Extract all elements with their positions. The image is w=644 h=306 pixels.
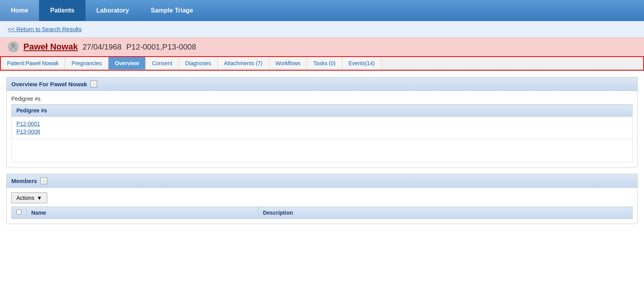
pedigree-empty-cell (12, 139, 633, 162)
svg-point-0 (11, 43, 15, 47)
members-section-body: Actions ▼ Name Description (7, 188, 637, 224)
patient-header: Paweł Nowak 27/04/1968 P12-0001,P13-0008 (0, 37, 644, 56)
patient-dob: 27/04/1968 (82, 43, 121, 52)
overview-section-header: Overview For Paweł Nowak - (7, 77, 637, 91)
pedigree-cell: P12-0001 P13-0008 (12, 117, 633, 139)
overview-section: Overview For Paweł Nowak - Pedigree #s P… (6, 77, 638, 167)
tab-overview[interactable]: Overview (109, 57, 146, 69)
members-table: Name Description (11, 206, 633, 219)
members-select-all-checkbox[interactable] (16, 210, 21, 215)
members-table-name-header: Name (27, 207, 258, 219)
overview-section-title: Overview For Paweł Nowak (11, 81, 87, 87)
members-collapse-button[interactable]: - (40, 177, 47, 184)
top-navigation: Home Patients Laboratory Sample Triage (0, 0, 644, 21)
overview-section-body: Pedigree #s Pedigree #s P12-0001 P13-000… (7, 91, 637, 167)
patient-avatar (8, 41, 19, 52)
tab-pregnancies[interactable]: Pregnancies (65, 57, 109, 69)
members-table-description-header: Description (258, 207, 632, 219)
main-content: Overview For Paweł Nowak - Pedigree #s P… (0, 77, 644, 224)
table-row-empty (12, 139, 633, 162)
return-bar: << Return to Search Results (0, 21, 644, 37)
pedigree-table: Pedigree #s P12-0001 P13-0008 (11, 104, 633, 162)
overview-collapse-button[interactable]: - (90, 80, 97, 87)
tab-attachments[interactable]: Attachments (7) (218, 57, 269, 69)
nav-sample-triage[interactable]: Sample Triage (140, 0, 204, 21)
nav-home[interactable]: Home (0, 0, 39, 21)
actions-dropdown-icon: ▼ (37, 195, 42, 201)
actions-button[interactable]: Actions ▼ (11, 192, 47, 203)
table-row: P12-0001 P13-0008 (12, 117, 633, 139)
tab-bar-wrapper: Patient:Paweł Nowak Pregnancies Overview… (0, 56, 644, 71)
members-section-title: Members (11, 178, 37, 184)
pedigree-table-header: Pedigree #s (12, 105, 633, 117)
patient-ids: P12-0001,P13-0008 (126, 43, 196, 52)
nav-laboratory[interactable]: Laboratory (85, 0, 140, 21)
pedigree-label: Pedigree #s (11, 96, 633, 102)
members-section-header: Members - (7, 174, 637, 188)
return-to-search-link[interactable]: << Return to Search Results (8, 26, 82, 32)
actions-label: Actions (16, 195, 34, 201)
tab-patient[interactable]: Patient:Paweł Nowak (1, 57, 65, 69)
tab-bar: Patient:Paweł Nowak Pregnancies Overview… (1, 57, 643, 70)
tab-consent[interactable]: Consent (146, 57, 179, 69)
tab-diagnoses[interactable]: Diagnoses (179, 57, 218, 69)
tab-tasks[interactable]: Tasks (0) (307, 57, 342, 69)
tab-workflows[interactable]: Workflows (269, 57, 307, 69)
tab-events[interactable]: Events(14) (342, 57, 382, 69)
pedigree-link-2[interactable]: P13-0008 (16, 128, 628, 135)
patient-name[interactable]: Paweł Nowak (23, 42, 78, 52)
nav-patients[interactable]: Patients (39, 0, 85, 21)
members-section: Members - Actions ▼ Name Description (6, 174, 638, 224)
pedigree-link-1[interactable]: P12-0001 (16, 121, 628, 127)
members-table-checkbox-header (12, 207, 27, 219)
